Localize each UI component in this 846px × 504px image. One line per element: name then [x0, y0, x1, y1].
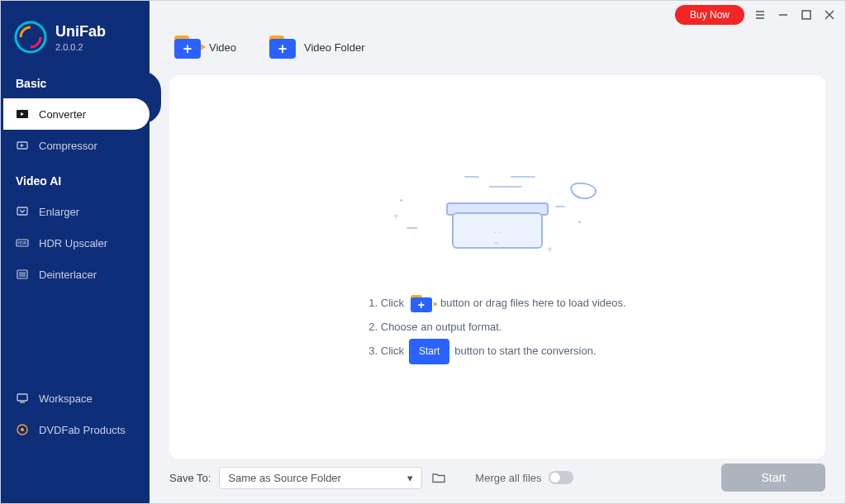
menu-button[interactable]: [753, 7, 768, 22]
maximize-button[interactable]: [799, 7, 814, 22]
sidebar-item-label: Compressor: [39, 140, 97, 152]
enlarger-icon: [16, 205, 29, 218]
sidebar-item-converter[interactable]: Converter: [1, 98, 150, 130]
instructions: 1. Click + button or drag files here to …: [368, 292, 625, 364]
sidebar-item-label: HDR Upscaler: [39, 237, 107, 250]
merge-toggle-group: Merge all files: [475, 471, 573, 484]
sidebar-item-dvdfab[interactable]: DVDFab Products: [1, 414, 150, 445]
workspace-icon: [16, 392, 29, 405]
toolbar: + Video + Video Folder: [150, 24, 845, 74]
sidebar: UniFab 2.0.0.2 Basic Converter Compresso…: [1, 1, 150, 503]
instruction-text: 1. Click: [368, 292, 404, 316]
instruction-text: 2. Choose an output format.: [368, 316, 501, 340]
logo-area: UniFab 2.0.0.2: [1, 1, 150, 70]
deinterlacer-icon: [16, 268, 29, 281]
app-name: UniFab: [55, 23, 106, 40]
sidebar-item-label: DVDFab Products: [39, 424, 126, 436]
merge-toggle[interactable]: [549, 471, 573, 484]
instruction-text: button to start the conversion.: [454, 340, 596, 364]
compressor-icon: [16, 139, 29, 152]
save-to-label: Save To:: [169, 472, 211, 484]
app-logo-icon: [14, 21, 47, 54]
svg-rect-12: [17, 394, 27, 401]
main-area: Buy Now + Video + Video Folder: [150, 1, 845, 503]
svg-text:HDR: HDR: [18, 240, 27, 245]
tool-label: Video Folder: [304, 41, 364, 54]
dvdfab-icon: [16, 423, 29, 436]
add-video-folder-button[interactable]: + Video Folder: [269, 36, 364, 59]
add-video-icon: +: [174, 36, 201, 59]
close-button[interactable]: [822, 7, 837, 22]
section-videoai-label: Video AI: [1, 168, 150, 196]
converter-icon: [16, 107, 29, 121]
sidebar-item-deinterlacer[interactable]: Deinterlacer: [1, 259, 150, 290]
minimize-button[interactable]: [776, 7, 791, 22]
tool-label: Video: [209, 41, 236, 54]
add-video-icon: +: [411, 295, 434, 313]
app-version: 2.0.0.2: [55, 42, 106, 52]
save-to-select[interactable]: Same as Source Folder ▾: [219, 467, 422, 489]
sidebar-item-label: Workspace: [39, 392, 93, 405]
chevron-down-icon: ▾: [407, 472, 413, 484]
sidebar-item-label: Deinterlacer: [39, 269, 97, 281]
buy-now-button[interactable]: Buy Now: [675, 5, 744, 25]
merge-label: Merge all files: [475, 472, 541, 484]
sidebar-item-compressor[interactable]: Compressor: [1, 130, 150, 161]
empty-illustration: + + · ·⌢: [390, 169, 605, 269]
section-basic-label: Basic: [1, 70, 150, 98]
inline-start-badge: Start: [409, 339, 449, 364]
save-to-value: Same as Source Folder: [228, 472, 341, 484]
add-video-button[interactable]: + Video: [174, 36, 236, 59]
start-button[interactable]: Start: [721, 464, 825, 492]
svg-point-15: [21, 428, 24, 431]
svg-rect-5: [17, 207, 27, 215]
instruction-text: button or drag files here to load videos…: [440, 292, 626, 316]
sidebar-item-label: Converter: [39, 108, 86, 121]
add-video-folder-icon: +: [269, 36, 296, 59]
hdr-icon: HDR: [16, 236, 29, 250]
titlebar: Buy Now: [150, 1, 845, 24]
browse-folder-button[interactable]: [430, 469, 447, 486]
sidebar-item-enlarger[interactable]: Enlarger: [1, 196, 150, 227]
svg-marker-4: [21, 144, 24, 147]
content-panel: + + · ·⌢ 1. Click + button or drag files…: [169, 75, 825, 459]
sidebar-item-hdr-upscaler[interactable]: HDR HDR Upscaler: [1, 227, 150, 259]
sidebar-item-workspace[interactable]: Workspace: [1, 383, 150, 414]
svg-rect-20: [802, 11, 810, 19]
sidebar-item-label: Enlarger: [39, 206, 79, 218]
instruction-text: 3. Click: [368, 340, 404, 364]
footer: Save To: Same as Source Folder ▾ Merge a…: [169, 464, 825, 492]
